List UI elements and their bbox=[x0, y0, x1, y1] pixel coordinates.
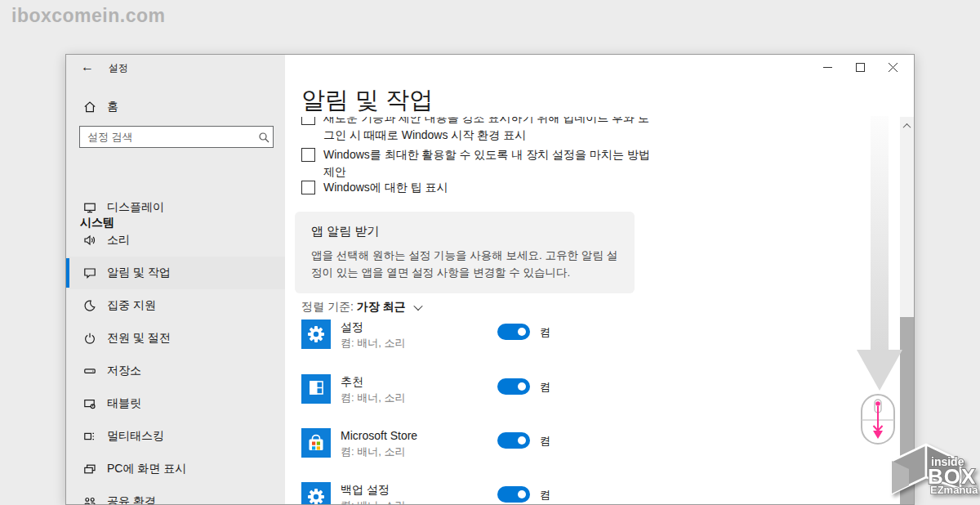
sidebar-item-multitasking[interactable]: 멀티태스킹 bbox=[66, 420, 285, 453]
sidebar-item-display[interactable]: 디스플레이 bbox=[66, 191, 285, 224]
app-name: 백업 설정 bbox=[341, 483, 390, 498]
display-icon bbox=[82, 201, 96, 215]
svg-text:EZmanual: EZmanual bbox=[930, 484, 978, 496]
app-status: 켬: 배너, 소리 bbox=[341, 445, 405, 459]
sort-value: 가장 최근 bbox=[357, 300, 406, 313]
app-row-suggested[interactable]: 추천 켬: 배너, 소리 켬 bbox=[301, 374, 791, 407]
storage-icon bbox=[82, 364, 96, 378]
sidebar: ← 설정 홈 시스템 bbox=[66, 55, 285, 504]
settings-search-box bbox=[79, 126, 274, 148]
sidebar-item-power-sleep[interactable]: 전원 및 절전 bbox=[66, 322, 285, 355]
tablet-icon bbox=[82, 397, 96, 411]
app-row-microsoft-store[interactable]: Microsoft Store 켬: 배너, 소리 켬 bbox=[301, 428, 791, 461]
notification-toggle[interactable] bbox=[497, 432, 530, 449]
sort-by-dropdown[interactable]: 정렬 기준: 가장 최근 bbox=[301, 300, 421, 315]
notification-toggle[interactable] bbox=[497, 378, 530, 395]
notifications-icon bbox=[82, 266, 96, 280]
shared-experiences-icon bbox=[82, 495, 96, 505]
search-input[interactable] bbox=[80, 131, 255, 143]
scroll-hint-arrow-shaft bbox=[871, 116, 889, 351]
brand-logo-inside-box-ezmanual: inside BOX EZmanual bbox=[887, 440, 978, 497]
checkbox-row-windows-tips: Windows에 대한 팁 표시 bbox=[301, 179, 661, 196]
backup-gear-app-icon bbox=[301, 482, 331, 505]
sidebar-item-projecting[interactable]: PC에 화면 표시 bbox=[66, 453, 285, 485]
chevron-down-icon bbox=[414, 302, 423, 311]
sidebar-nav: 디스플레이 소리 bbox=[66, 191, 285, 505]
checkbox[interactable] bbox=[301, 117, 315, 125]
sidebar-item-label: 공유 환경 bbox=[107, 494, 156, 505]
app-name: 추천 bbox=[341, 375, 363, 390]
checkbox-row-finish-setup: Windows를 최대한 활용할 수 있도록 내 장치 설정을 마치는 방법 제… bbox=[301, 146, 661, 181]
sidebar-item-tablet[interactable]: 태블릿 bbox=[66, 387, 285, 420]
checkbox-label: 새로운 기능과 제안 내용을 강조 표시하기 위해 업데이트 후와 로 그인 시… bbox=[323, 117, 649, 144]
selected-indicator bbox=[66, 258, 69, 288]
sidebar-item-label: 알림 및 작업 bbox=[107, 266, 171, 280]
sidebar-item-notifications[interactable]: 알림 및 작업 bbox=[66, 257, 285, 289]
power-icon bbox=[82, 332, 96, 346]
sidebar-home-label: 홈 bbox=[107, 100, 118, 114]
toggle-state-label: 켬 bbox=[540, 380, 550, 395]
sidebar-item-home[interactable]: 홈 bbox=[66, 94, 285, 120]
app-name: Microsoft Store bbox=[341, 429, 417, 442]
focus-assist-icon bbox=[82, 299, 96, 313]
sidebar-item-focus-assist[interactable]: 집중 지원 bbox=[66, 289, 285, 322]
scrollbar-up-arrow-icon[interactable] bbox=[900, 120, 914, 132]
back-arrow-icon[interactable]: ← bbox=[78, 58, 97, 76]
card-description: 앱을 선택해 원하는 설정 기능을 사용해 보세요. 고유한 알림 설정이 있는… bbox=[311, 247, 623, 281]
checkbox[interactable] bbox=[301, 181, 315, 194]
checkbox-row-welcome-experience: 새로운 기능과 제안 내용을 강조 표시하기 위해 업데이트 후와 로 그인 시… bbox=[301, 117, 661, 144]
app-name: 설정 bbox=[341, 320, 363, 335]
checkbox-label: Windows에 대한 팁 표시 bbox=[323, 179, 448, 196]
settings-gear-app-icon bbox=[301, 320, 331, 349]
app-status: 켬: 배너, 소리 bbox=[341, 498, 405, 505]
scroll-hint-arrow-head bbox=[857, 350, 902, 391]
notification-toggle[interactable] bbox=[497, 324, 530, 340]
sidebar-item-label: 집중 지원 bbox=[107, 298, 156, 313]
toggle-state-label: 켬 bbox=[540, 488, 550, 503]
titlebar-left: ← 설정 bbox=[66, 55, 285, 79]
maximize-icon[interactable] bbox=[844, 55, 876, 79]
project-icon bbox=[82, 463, 96, 476]
minimize-icon[interactable] bbox=[811, 55, 844, 79]
multitasking-icon bbox=[82, 430, 96, 444]
sidebar-item-label: PC에 화면 표시 bbox=[107, 462, 186, 476]
card-title: 앱 알림 받기 bbox=[311, 224, 379, 239]
window-title: 설정 bbox=[109, 61, 128, 75]
sort-label: 정렬 기준: bbox=[301, 300, 354, 313]
toggle-state-label: 켬 bbox=[540, 434, 550, 449]
toggle-state-label: 켬 bbox=[540, 325, 550, 340]
app-notifications-card: 앱 알림 받기 앱을 선택해 원하는 설정 기능을 사용해 보세요. 고유한 알… bbox=[295, 212, 635, 293]
page: iboxcomein.com ← 설정 홈 bbox=[0, 0, 980, 505]
sidebar-item-storage[interactable]: 저장소 bbox=[66, 355, 285, 387]
sidebar-item-label: 전원 및 절전 bbox=[107, 331, 171, 346]
notification-toggle[interactable] bbox=[497, 486, 530, 503]
app-row-settings[interactable]: 설정 켬: 배너, 소리 켬 bbox=[301, 320, 791, 352]
watermark-text: iboxcomein.com bbox=[11, 5, 165, 27]
sound-icon bbox=[82, 234, 96, 248]
app-row-backup-settings[interactable]: 백업 설정 켬: 배너, 소리 켬 bbox=[301, 482, 791, 505]
microsoft-store-app-icon bbox=[301, 428, 331, 458]
checkbox[interactable] bbox=[301, 148, 315, 162]
settings-window: ← 설정 홈 시스템 bbox=[65, 54, 915, 505]
suggested-tiles-app-icon bbox=[301, 374, 331, 404]
sidebar-item-label: 디스플레이 bbox=[107, 200, 164, 215]
sidebar-item-label: 멀티태스킹 bbox=[107, 429, 164, 444]
close-icon[interactable] bbox=[876, 55, 909, 79]
app-status: 켬: 배너, 소리 bbox=[341, 336, 405, 351]
content-pane: 알림 및 작업 새로운 기능과 제안 내용을 강조 표시하기 위해 업데이트 후… bbox=[285, 55, 914, 504]
search-icon[interactable] bbox=[255, 132, 273, 143]
checkbox-label: Windows를 최대한 활용할 수 있도록 내 장치 설정을 마치는 방법 제… bbox=[323, 146, 650, 181]
sidebar-item-label: 소리 bbox=[107, 233, 130, 248]
window-controls bbox=[811, 55, 909, 79]
page-title: 알림 및 작업 bbox=[301, 84, 433, 117]
sidebar-item-label: 저장소 bbox=[107, 364, 141, 378]
app-status: 켬: 배너, 소리 bbox=[341, 391, 405, 405]
sidebar-item-shared-experiences[interactable]: 공유 환경 bbox=[66, 485, 285, 505]
sidebar-item-sound[interactable]: 소리 bbox=[66, 224, 285, 257]
sidebar-item-label: 태블릿 bbox=[107, 396, 141, 411]
home-icon bbox=[82, 101, 96, 114]
